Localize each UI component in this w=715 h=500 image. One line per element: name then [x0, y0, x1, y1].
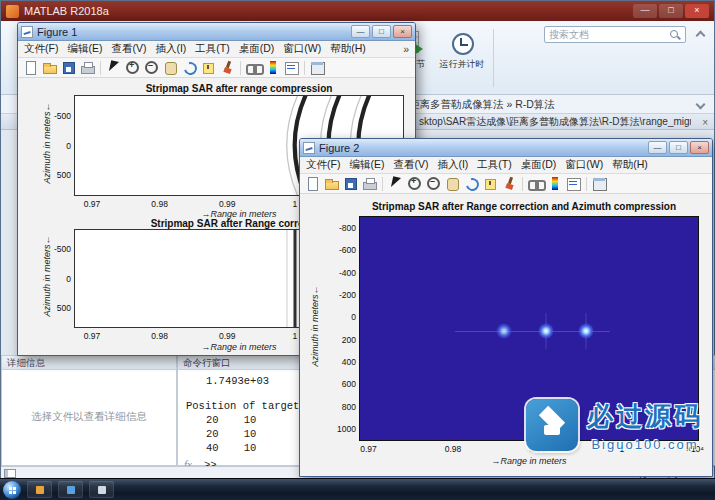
y-tick: 800	[342, 402, 356, 412]
figure2-menubar: 文件(F) 编辑(E) 查看(V) 插入(I) 工具(T) 桌面(D) 窗口(W…	[300, 157, 712, 174]
edit-plot-icon[interactable]	[105, 59, 122, 76]
close-button[interactable]: ×	[690, 141, 709, 154]
minimize-button[interactable]: —	[633, 4, 657, 18]
menu-desktop[interactable]: 桌面(D)	[521, 158, 557, 172]
menu-window[interactable]: 窗口(W)	[283, 42, 321, 56]
dock-figure-icon[interactable]	[309, 59, 326, 76]
maximize-button[interactable]: □	[372, 25, 391, 38]
run-and-time-button[interactable]: 运行并计时	[437, 27, 487, 89]
collapse-ribbon-icon[interactable]	[696, 31, 706, 41]
close-button[interactable]: ×	[393, 25, 412, 38]
search-icon	[669, 29, 681, 41]
command-output-value: 1.7493e+03	[206, 375, 269, 387]
menu-help[interactable]: 帮助(H)	[612, 158, 648, 172]
search-placeholder: 搜索文档	[549, 28, 669, 42]
open-file-icon[interactable]	[323, 175, 340, 192]
insert-legend-icon[interactable]	[283, 59, 300, 76]
x-tick: 0.97	[360, 444, 377, 454]
maximize-button[interactable]: □	[659, 4, 683, 18]
y-tick: -800	[339, 223, 356, 233]
figure-window-icon	[303, 142, 315, 154]
save-figure-icon[interactable]	[60, 59, 77, 76]
edit-plot-icon[interactable]	[387, 175, 404, 192]
close-button[interactable]: ×	[685, 4, 709, 18]
details-placeholder-text: 选择文件以查看详细信息	[2, 410, 176, 424]
x-tick: 0.99	[219, 199, 236, 209]
x-tick: 0.97	[84, 331, 101, 341]
insert-colorbar-icon[interactable]	[546, 175, 563, 192]
menu-edit[interactable]: 编辑(E)	[349, 158, 384, 172]
menu-window[interactable]: 窗口(W)	[565, 158, 603, 172]
taskbar-app-icon[interactable]	[27, 481, 52, 498]
start-button[interactable]	[3, 481, 21, 499]
editor-tab-close-icon[interactable]: ×	[702, 115, 708, 130]
ribbon-separator	[493, 29, 494, 87]
new-figure-icon[interactable]	[304, 175, 321, 192]
menu-insert[interactable]: 插入(I)	[437, 158, 468, 172]
breadcrumb[interactable]: 距离多普勒成像算法 » R-D算法	[409, 95, 555, 113]
x-tick: 1	[292, 199, 297, 209]
zoom-in-icon[interactable]	[124, 59, 141, 76]
insert-legend-icon[interactable]	[565, 175, 582, 192]
new-figure-icon[interactable]	[22, 59, 39, 76]
matlab-logo-icon	[6, 5, 19, 18]
menu-file[interactable]: 文件(F)	[306, 158, 340, 172]
link-plot-icon[interactable]	[527, 175, 544, 192]
editor-file-tab[interactable]: sktop\SAR雷达成像\距离多普勒成像算法\R-D算法\range_migr…	[419, 114, 691, 129]
y-tick: 400	[342, 357, 356, 367]
menu-tools[interactable]: 工具(T)	[477, 158, 511, 172]
data-cursor-icon[interactable]	[482, 175, 499, 192]
minimize-button[interactable]: —	[648, 141, 667, 154]
print-icon[interactable]	[361, 175, 378, 192]
subplot1-ylabel: Azimuth in meters←	[42, 73, 52, 213]
matlab-window-title: MATLAB R2018a	[24, 5, 109, 17]
maximize-button[interactable]: □	[669, 141, 688, 154]
dock-figure-icon[interactable]	[591, 175, 608, 192]
rotate-3d-icon[interactable]	[463, 175, 480, 192]
matlab-titlebar[interactable]: MATLAB R2018a — □ ×	[1, 1, 714, 21]
taskbar-app-icon[interactable]	[89, 481, 114, 498]
insert-colorbar-icon[interactable]	[264, 59, 281, 76]
x-tick: 0.98	[151, 331, 168, 341]
zoom-in-icon[interactable]	[406, 175, 423, 192]
pan-icon[interactable]	[444, 175, 461, 192]
target-line	[293, 230, 296, 327]
taskbar-app-icon[interactable]	[58, 481, 83, 498]
menu-insert[interactable]: 插入(I)	[155, 42, 186, 56]
docs-search-input[interactable]: 搜索文档	[544, 26, 686, 43]
menu-desktop[interactable]: 桌面(D)	[239, 42, 275, 56]
menu-help[interactable]: 帮助(H)	[330, 42, 366, 56]
figure1-titlebar[interactable]: Figure 1 — □ ×	[18, 23, 415, 41]
menu-file[interactable]: 文件(F)	[24, 42, 58, 56]
zoom-out-icon[interactable]	[425, 175, 442, 192]
print-icon[interactable]	[79, 59, 96, 76]
x-tick: 0.98	[445, 444, 462, 454]
rotate-3d-icon[interactable]	[181, 59, 198, 76]
command-output-row: 20 10	[206, 428, 256, 440]
brush-icon[interactable]	[219, 59, 236, 76]
zoom-out-icon[interactable]	[143, 59, 160, 76]
link-plot-icon[interactable]	[245, 59, 262, 76]
data-cursor-icon[interactable]	[200, 59, 217, 76]
menu-tools[interactable]: 工具(T)	[195, 42, 229, 56]
menu-view[interactable]: 查看(V)	[111, 42, 146, 56]
y-tick: -200	[339, 290, 356, 300]
toolbar-separator	[522, 177, 523, 191]
menu-edit[interactable]: 编辑(E)	[67, 42, 102, 56]
plot-title: Stripmap SAR after Range correction and …	[348, 201, 700, 212]
toolbar-separator	[240, 61, 241, 75]
brush-icon[interactable]	[501, 175, 518, 192]
menu-overflow-icon[interactable]: »	[403, 43, 409, 55]
figure2-titlebar[interactable]: Figure 2 — □ ×	[300, 139, 712, 157]
point-target	[578, 323, 594, 339]
chevron-down-icon[interactable]	[696, 100, 706, 110]
y-tick: 500	[57, 170, 71, 180]
minimize-button[interactable]: —	[351, 25, 370, 38]
y-tick: 0	[66, 274, 71, 284]
menu-view[interactable]: 查看(V)	[393, 158, 428, 172]
pan-icon[interactable]	[162, 59, 179, 76]
statusbar-layout-icon[interactable]	[4, 469, 16, 478]
x-tick: 0.98	[151, 199, 168, 209]
graduation-cap-icon	[526, 399, 578, 451]
save-figure-icon[interactable]	[342, 175, 359, 192]
